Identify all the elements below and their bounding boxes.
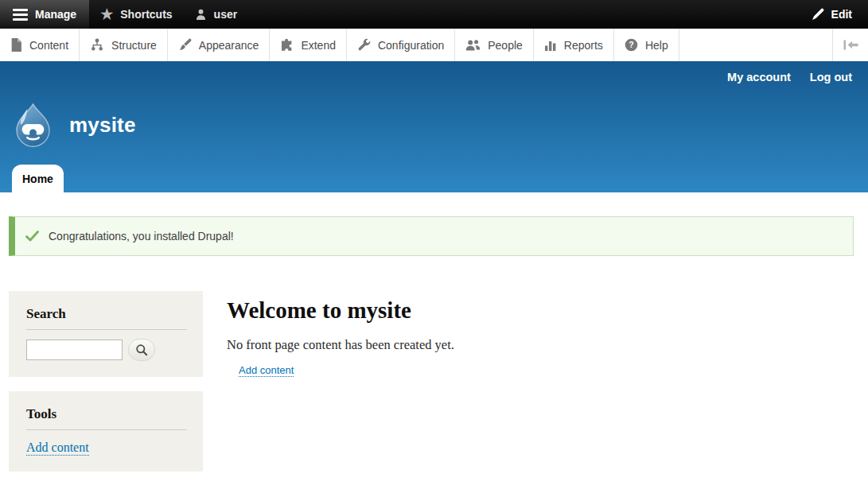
tray-item-label: Content — [29, 39, 68, 52]
search-block: Search — [9, 291, 203, 377]
tray-item-people[interactable]: People — [455, 29, 534, 61]
page-title: Welcome to mysite — [227, 298, 784, 324]
page-content: Congratulations, you installed Drupal! S… — [0, 192, 868, 489]
tab-home[interactable]: Home — [12, 165, 64, 192]
search-icon — [135, 343, 148, 356]
site-branding[interactable]: mysite — [10, 103, 136, 148]
pencil-icon — [812, 8, 824, 21]
tools-block-title: Tools — [26, 405, 187, 430]
toolbar-item-label: Manage — [35, 8, 76, 21]
toolbar-orientation-toggle[interactable] — [832, 29, 868, 61]
tray-item-reports[interactable]: Reports — [534, 29, 614, 61]
people-icon — [465, 39, 481, 52]
site-name: mysite — [69, 113, 136, 138]
status-message-text: Congratulations, you installed Drupal! — [49, 230, 234, 243]
puzzle-icon — [280, 38, 294, 52]
help-icon: ? — [625, 38, 638, 52]
empty-frontpage-text: No front page content has been created y… — [227, 337, 784, 353]
tray-item-appearance[interactable]: Appearance — [168, 29, 271, 61]
toolbar-item-label: Shortcuts — [120, 8, 172, 21]
check-icon — [25, 231, 39, 242]
tray-spacer — [679, 29, 832, 61]
toolbar-item-label: user — [214, 8, 238, 21]
tray-item-label: Extend — [301, 39, 336, 52]
star-icon: ★ — [100, 7, 113, 21]
sitemap-icon — [90, 38, 104, 52]
tray-item-label: Reports — [564, 39, 603, 52]
tray-item-label: Configuration — [378, 39, 444, 52]
edit-button[interactable]: Edit — [796, 0, 868, 29]
paintbrush-icon — [178, 38, 192, 52]
bar-chart-icon — [544, 39, 557, 52]
tray-item-extend[interactable]: Extend — [270, 29, 347, 61]
menu-icon — [13, 9, 28, 21]
toolbar-item-user[interactable]: user — [184, 0, 249, 29]
log-out-link[interactable]: Log out — [810, 71, 852, 83]
sidebar-add-content-link[interactable]: Add content — [26, 440, 89, 456]
tools-block: Tools Add content — [9, 391, 203, 472]
secondary-menu: My account Log out — [727, 71, 852, 83]
svg-text:?: ? — [629, 40, 633, 49]
site-header: My account Log out mysite Ho — [0, 61, 868, 192]
my-account-link[interactable]: My account — [727, 71, 791, 83]
user-icon — [195, 8, 207, 21]
tray-item-configuration[interactable]: Configuration — [347, 29, 455, 61]
toolbar-item-manage[interactable]: Manage — [0, 0, 89, 29]
wrench-icon — [357, 38, 371, 52]
tray-item-label: Help — [645, 39, 668, 52]
toolbar-item-shortcuts[interactable]: ★ Shortcuts — [89, 0, 183, 29]
tray-item-label: People — [488, 39, 523, 52]
search-button[interactable] — [128, 339, 155, 361]
admin-menu-tray: Content Structure Appearance Extend Conf… — [0, 29, 868, 61]
tray-item-content[interactable]: Content — [0, 29, 80, 61]
tray-item-label: Appearance — [199, 39, 259, 52]
main-content: Welcome to mysite No front page content … — [227, 298, 784, 377]
file-icon — [10, 38, 22, 52]
status-message: Congratulations, you installed Drupal! — [9, 216, 854, 256]
sidebar-first: Search Tools Add content — [9, 291, 203, 486]
toolbar-collapse-icon — [843, 40, 859, 50]
search-form — [26, 339, 187, 361]
admin-toolbar: Manage ★ Shortcuts user Edit — [0, 0, 868, 29]
drupal-logo — [10, 103, 56, 148]
tray-item-label: Structure — [111, 39, 157, 52]
tray-item-help[interactable]: ? Help — [614, 29, 679, 61]
edit-label: Edit — [831, 8, 852, 21]
add-content-link[interactable]: Add content — [239, 364, 294, 377]
search-block-title: Search — [26, 305, 187, 330]
search-input[interactable] — [26, 340, 123, 360]
tray-item-structure[interactable]: Structure — [80, 29, 168, 61]
